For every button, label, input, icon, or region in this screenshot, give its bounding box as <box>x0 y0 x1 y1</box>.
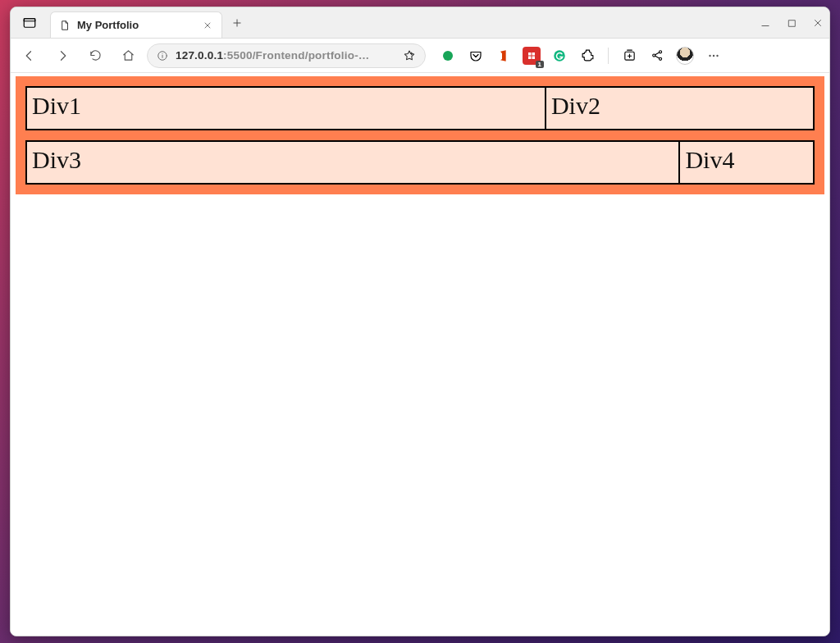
flex-row-1: Div1 Div2 <box>25 86 815 130</box>
address-bar[interactable]: 127.0.0.1:5500/Frontend/portfolio-… <box>147 43 426 68</box>
page-viewport: Div1 Div2 Div3 Div4 <box>11 73 829 636</box>
extensions-menu-icon[interactable] <box>578 47 596 65</box>
window-controls <box>759 7 824 39</box>
page-icon <box>59 20 71 31</box>
svg-rect-0 <box>24 18 35 27</box>
browser-window: My Portfolio <box>10 7 830 636</box>
close-window-icon[interactable] <box>811 16 824 30</box>
svg-rect-6 <box>532 52 536 56</box>
svg-point-15 <box>713 54 714 56</box>
svg-point-4 <box>443 51 453 61</box>
svg-rect-5 <box>528 52 532 56</box>
share-icon[interactable] <box>648 47 666 65</box>
url-text: 127.0.0.1:5500/Frontend/portfolio-… <box>176 49 395 62</box>
svg-rect-7 <box>528 56 532 59</box>
extension-green-dot-icon[interactable] <box>439 47 457 65</box>
minimize-icon[interactable] <box>759 16 772 30</box>
new-tab-button[interactable] <box>226 11 249 34</box>
div1-box: Div1 <box>25 86 546 130</box>
tab-active[interactable]: My Portfolio <box>50 11 222 38</box>
extension-red-icon[interactable]: 1 <box>523 47 541 65</box>
tab-preview-icon[interactable] <box>21 14 39 32</box>
maximize-icon[interactable] <box>785 16 798 30</box>
tab-strip: My Portfolio <box>11 7 829 39</box>
close-tab-icon[interactable] <box>202 20 213 31</box>
svg-rect-8 <box>532 56 536 59</box>
tab-title: My Portfolio <box>77 19 195 31</box>
office-icon[interactable] <box>495 47 513 65</box>
flex-row-2: Div3 Div4 <box>25 140 815 185</box>
svg-point-14 <box>709 54 710 56</box>
svg-rect-1 <box>24 18 35 21</box>
pocket-icon[interactable] <box>467 47 485 65</box>
toolbar: 127.0.0.1:5500/Frontend/portfolio-… 1 <box>11 39 829 73</box>
forward-button[interactable] <box>52 45 73 66</box>
profile-avatar[interactable] <box>676 47 694 65</box>
extension-red-badge: 1 <box>536 61 544 68</box>
div2-box: Div2 <box>546 86 815 130</box>
div4-box: Div4 <box>680 140 815 185</box>
refresh-button[interactable] <box>84 45 106 66</box>
favorite-button[interactable] <box>402 48 417 63</box>
flex-container: Div1 Div2 Div3 Div4 <box>16 76 824 194</box>
more-menu-button[interactable] <box>704 46 724 66</box>
svg-point-16 <box>716 54 718 56</box>
home-button[interactable] <box>117 45 139 66</box>
url-path: :5500/Frontend/portfolio-… <box>223 49 369 62</box>
back-button[interactable] <box>19 45 40 66</box>
extensions-row: 1 <box>439 46 724 66</box>
svg-rect-2 <box>788 20 795 26</box>
nav-buttons <box>19 45 139 66</box>
site-info-icon[interactable] <box>156 49 169 62</box>
collections-icon[interactable] <box>620 47 638 65</box>
div3-box: Div3 <box>25 140 680 185</box>
toolbar-divider <box>608 48 609 64</box>
url-host: 127.0.0.1 <box>176 49 223 62</box>
grammarly-icon[interactable] <box>550 47 568 65</box>
